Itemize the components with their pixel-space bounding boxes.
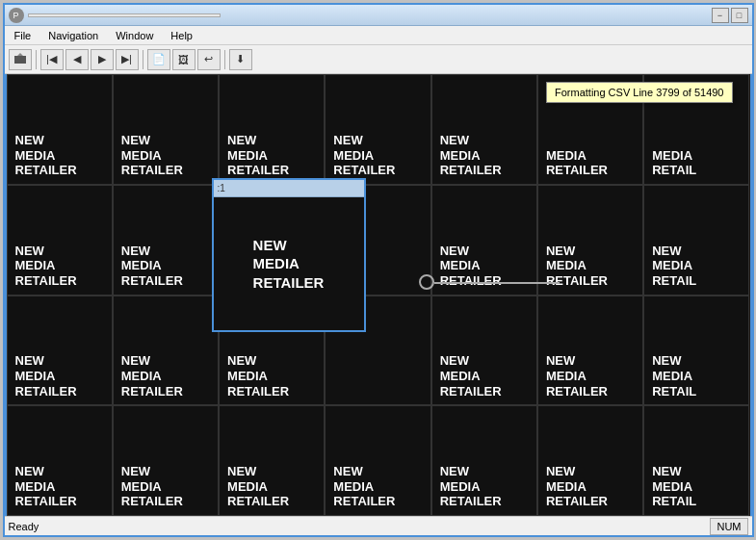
undo-btn[interactable]: ↩ — [197, 49, 221, 70]
image-btn[interactable]: 🖼 — [172, 49, 196, 70]
dialog-tile: NEWMEDIARETAILER — [244, 226, 334, 302]
minimize-button[interactable]: − — [712, 8, 729, 23]
menu-window[interactable]: Window — [108, 28, 161, 43]
first-btn[interactable]: |◀ — [40, 49, 64, 70]
dialog-title: :1 — [218, 183, 225, 193]
tile-r4c4: NEWMEDIARETAILER — [325, 405, 430, 516]
connection-circle — [419, 274, 434, 290]
status-text: Ready — [9, 521, 39, 532]
tile-r1c3: NEWMEDIARETAILER — [219, 74, 325, 185]
tile-r1c5: NEWMEDIARETAILER — [431, 74, 537, 185]
toolbar-sep-3 — [224, 50, 225, 69]
main-window: P − □ File Navigation Window Help |◀ ◀ ▶… — [3, 3, 754, 537]
tile-r2c1: NEWMEDIARETAILER — [7, 185, 113, 296]
dialog-titlebar: :1 — [214, 180, 364, 197]
maximize-button[interactable]: □ — [731, 8, 748, 23]
toolbar-sep-2 — [143, 50, 143, 69]
title-bar: P − □ — [5, 5, 752, 26]
tile-r1c2: NEWMEDIARETAILER — [113, 74, 219, 185]
floating-dialog[interactable]: :1 NEWMEDIARETAILER — [212, 178, 366, 332]
menu-file[interactable]: File — [7, 28, 39, 43]
import-btn[interactable]: ⬇ — [229, 49, 252, 70]
tile-r2c5: NEWMEDIARETAILER — [431, 185, 537, 296]
next-btn[interactable]: ▶ — [91, 49, 114, 70]
tile-r2c2: NEWMEDIARETAILER — [113, 185, 219, 296]
title-text — [28, 13, 221, 17]
title-bar-left: P — [9, 8, 221, 23]
toolbar-sep-1 — [36, 50, 37, 69]
progress-tooltip: Formatting CSV Line 3799 of 51490 — [546, 82, 733, 103]
tile-r3c6: NEWMEDIARETAILER — [537, 296, 643, 406]
dialog-content: NEWMEDIARETAILER — [214, 197, 364, 330]
tile-grid: NEWMEDIARETAILER NEWMEDIARETAILER NEWMED… — [5, 74, 752, 516]
main-content: Formatting CSV Line 3799 of 51490 NEWMED… — [5, 74, 752, 516]
last-btn[interactable]: ▶| — [116, 49, 139, 70]
menu-navigation[interactable]: Navigation — [40, 28, 106, 43]
tile-r4c6: NEWMEDIARETAILER — [537, 405, 643, 516]
tile-r4c2: NEWMEDIARETAILER — [113, 405, 219, 516]
title-bar-controls: − □ — [712, 8, 748, 23]
tile-r1c4: NEWMEDIARETAILER — [325, 74, 430, 185]
status-bar: Ready NUM — [5, 516, 752, 535]
tile-r4c3: NEWMEDIARETAILER — [219, 405, 325, 516]
new-btn[interactable]: 📄 — [147, 49, 170, 70]
status-right: NUM — [710, 518, 747, 535]
svg-marker-1 — [17, 53, 23, 56]
tile-r4c1: NEWMEDIARETAILER — [7, 405, 113, 516]
num-lock-panel: NUM — [710, 518, 747, 535]
tile-r2c6: NEWMEDIARETAILER — [537, 185, 643, 296]
tile-r3c1: NEWMEDIARETAILER — [7, 296, 113, 406]
tile-r4c7: NEWMEDIARETAIL — [643, 405, 749, 516]
nav-icon[interactable] — [9, 49, 32, 70]
menu-bar: File Navigation Window Help — [5, 26, 752, 45]
menu-help[interactable]: Help — [163, 28, 200, 43]
tile-r3c5: NEWMEDIARETAILER — [431, 296, 537, 406]
tile-r3c7: NEWMEDIARETAIL — [643, 296, 749, 406]
tile-r4c5: NEWMEDIARETAILER — [431, 405, 537, 516]
toolbar: |◀ ◀ ▶ ▶| 📄 🖼 ↩ ⬇ — [5, 45, 752, 74]
tile-r1c1: NEWMEDIARETAILER — [7, 74, 113, 185]
connection-line — [434, 282, 560, 284]
prev-btn[interactable]: ◀ — [65, 49, 89, 70]
svg-rect-0 — [14, 56, 26, 64]
tile-r2c7: NEWMEDIARETAIL — [643, 185, 749, 296]
tile-r3c2: NEWMEDIARETAILER — [113, 296, 219, 406]
app-icon: P — [9, 8, 24, 23]
